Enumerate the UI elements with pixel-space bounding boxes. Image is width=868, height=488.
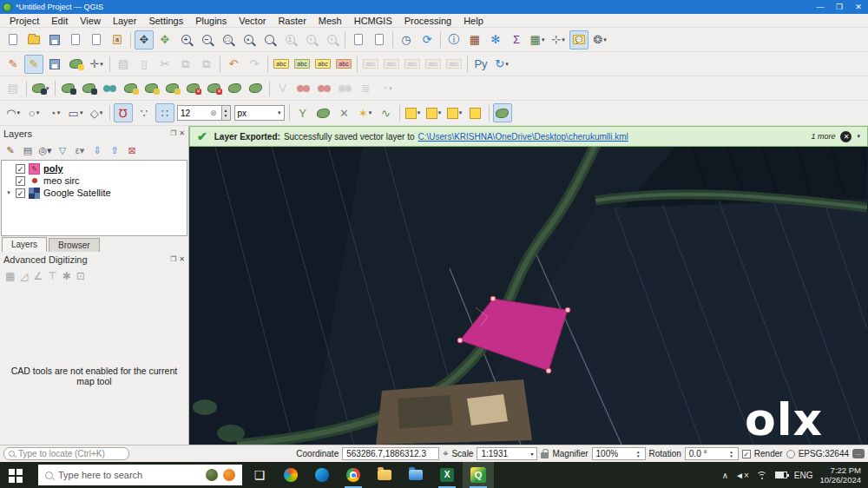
add-mssql-layer-icon[interactable]: ✕ xyxy=(205,79,224,98)
identify-features-icon[interactable]: ⓘ xyxy=(444,30,464,49)
layer-visibility-checkbox[interactable]: ✓ xyxy=(16,164,25,174)
measure-dropdown-icon[interactable]: ⊹▾ xyxy=(549,30,568,49)
locator-search-input[interactable]: Type to locate (Ctrl+K) xyxy=(3,447,129,460)
pin-labels-icon[interactable]: abc xyxy=(313,55,332,74)
filter-by-expression-icon[interactable]: ε▾ xyxy=(72,142,88,158)
layers-panel-undock-icon[interactable]: ❐ xyxy=(170,129,176,137)
toggle-editing-icon[interactable]: ✎ xyxy=(24,55,43,74)
select-features-by-value-icon[interactable]: ▾ xyxy=(424,103,444,122)
task-view-icon[interactable]: ❏ xyxy=(244,462,275,488)
adv-panel-undock-icon[interactable]: ❐ xyxy=(170,255,176,263)
new-spatialite-layer-icon[interactable] xyxy=(80,79,99,98)
save-project-icon[interactable] xyxy=(45,30,64,49)
excel-icon[interactable]: X xyxy=(431,462,463,488)
snapping-type-icon[interactable]: ∵ xyxy=(135,103,154,122)
extents-toggle-icon[interactable]: ⌖ xyxy=(443,448,448,459)
tab-layers[interactable]: Layers xyxy=(2,237,47,252)
pan-map-icon[interactable]: ✥ xyxy=(135,30,154,49)
language-indicator[interactable]: ENG xyxy=(794,471,813,480)
processing-toolbox-icon[interactable]: ✻ xyxy=(486,30,505,49)
add-wfs-layer-icon[interactable] xyxy=(247,79,266,98)
snapping-unit-select[interactable]: px▾ xyxy=(234,105,285,121)
statistics-icon[interactable]: Σ xyxy=(507,30,526,49)
file-explorer-icon[interactable] xyxy=(369,462,400,488)
menu-help[interactable]: Help xyxy=(457,14,490,27)
enable-snapping-icon[interactable]: ℧ xyxy=(114,103,133,122)
layout-manager-icon[interactable] xyxy=(370,30,389,49)
snapping-all-layers-icon[interactable]: ∷ xyxy=(155,103,174,122)
new-print-layout-icon[interactable] xyxy=(87,30,106,49)
add-mesh-layer-icon[interactable] xyxy=(101,79,120,98)
zoom-to-selection-icon[interactable]: ▪ xyxy=(239,30,258,49)
folder-icon[interactable] xyxy=(400,462,431,488)
enable-tracing-icon[interactable]: ∿ xyxy=(377,103,396,122)
pan-to-selection-icon[interactable]: ✥ xyxy=(155,30,174,49)
collapse-all-icon[interactable]: ⇧ xyxy=(107,142,122,158)
zoom-to-layer-icon[interactable] xyxy=(260,30,279,49)
chrome-icon[interactable] xyxy=(338,462,369,488)
highlight-labels-icon[interactable]: abc xyxy=(334,55,353,74)
digitize-with-curve-icon[interactable] xyxy=(493,103,512,122)
more-messages-label[interactable]: 1 more xyxy=(811,132,835,141)
layer-diagram-icon[interactable]: abc xyxy=(293,55,312,74)
edge-icon[interactable] xyxy=(306,462,338,488)
scale-combobox[interactable]: 1:1931▾ xyxy=(477,447,537,460)
add-vector-tile-layer-icon[interactable] xyxy=(315,79,334,98)
hidden-icons-chevron[interactable]: ∧ xyxy=(722,471,728,480)
menu-view[interactable]: View xyxy=(74,14,107,27)
menu-layer[interactable]: Layer xyxy=(107,14,143,27)
render-checkbox[interactable]: ✓ xyxy=(742,450,751,458)
open-project-icon[interactable] xyxy=(24,30,43,49)
close-button[interactable]: ✕ xyxy=(849,3,868,11)
topological-editing-icon[interactable]: Y xyxy=(293,103,312,122)
filter-legend-icon[interactable]: ▽ xyxy=(55,142,70,158)
zoom-in-icon[interactable]: + xyxy=(176,30,195,49)
avoid-overlap-icon[interactable]: ✶▾ xyxy=(356,103,375,122)
menu-mesh[interactable]: Mesh xyxy=(312,14,348,27)
add-wms-layer-icon[interactable] xyxy=(226,79,245,98)
attribute-table-dropdown-icon[interactable]: ▦▾ xyxy=(528,30,547,49)
rotation-spinbox[interactable]: 0.0 °▲▼ xyxy=(685,447,739,460)
copilot-icon[interactable] xyxy=(275,462,306,488)
maximize-button[interactable]: ❐ xyxy=(830,3,849,11)
map-canvas[interactable]: olx xyxy=(189,147,868,445)
layer-item-poly[interactable]: ✓✎poly xyxy=(2,162,187,175)
add-polygon-feature-icon[interactable] xyxy=(66,55,85,74)
add-circle-icon[interactable]: ○▾ xyxy=(24,103,43,122)
menu-vector[interactable]: Vector xyxy=(233,14,272,27)
battery-icon[interactable] xyxy=(775,472,787,478)
zoom-out-icon[interactable]: − xyxy=(197,30,216,49)
save-layer-edits-icon[interactable] xyxy=(45,55,64,74)
new-project-icon[interactable] xyxy=(3,30,23,49)
add-regular-polygon-icon[interactable]: ◇▾ xyxy=(87,103,106,122)
add-vector-layer-icon[interactable] xyxy=(122,79,141,98)
remove-snapping-icon[interactable]: ✕ xyxy=(335,103,354,122)
magnifier-spinbox[interactable]: 100%▲▼ xyxy=(592,447,646,460)
taskbar-search-input[interactable]: Type here to search xyxy=(38,465,242,485)
layer-item-meo-sirc[interactable]: ✓meo sirc xyxy=(2,175,187,187)
layer-item-google-satellite[interactable]: ▾✓Google Satellite xyxy=(2,187,187,199)
circular-string-icon[interactable]: ◠▾ xyxy=(3,103,23,122)
clock[interactable]: 7:22 PM 10/26/2024 xyxy=(819,465,861,485)
layers-panel-close-icon[interactable]: ✕ xyxy=(179,129,185,137)
select-by-form-icon[interactable] xyxy=(466,103,485,122)
python-console-icon[interactable]: Py xyxy=(471,55,490,74)
snapping-tolerance-spinbox[interactable]: 12⊗▲▼ xyxy=(177,105,231,121)
tab-browser[interactable]: Browser xyxy=(49,238,100,252)
adv-panel-close-icon[interactable]: ✕ xyxy=(179,255,185,263)
metasearch-icon[interactable]: ❂▾ xyxy=(590,30,609,49)
expand-all-icon[interactable]: ⇩ xyxy=(89,142,105,158)
plugin-reloader-icon[interactable]: ↻▾ xyxy=(492,55,511,74)
wifi-icon[interactable] xyxy=(756,472,768,479)
lock-scale-icon[interactable] xyxy=(541,452,549,458)
minimize-button[interactable]: — xyxy=(811,3,830,11)
style-manager-icon[interactable]: a xyxy=(108,30,127,49)
layer-expander-icon[interactable]: ▾ xyxy=(5,189,12,196)
refresh-map-icon[interactable]: ⟳ xyxy=(418,30,437,49)
messages-log-icon[interactable]: … xyxy=(852,449,865,458)
open-layer-styling-icon[interactable]: ✎ xyxy=(3,142,18,158)
qgis-taskbar-icon[interactable]: Q xyxy=(463,462,494,488)
remove-layer-icon[interactable]: ⊠ xyxy=(124,142,140,158)
start-button[interactable] xyxy=(0,462,36,488)
volume-muted-icon[interactable]: ◄× xyxy=(735,471,749,480)
